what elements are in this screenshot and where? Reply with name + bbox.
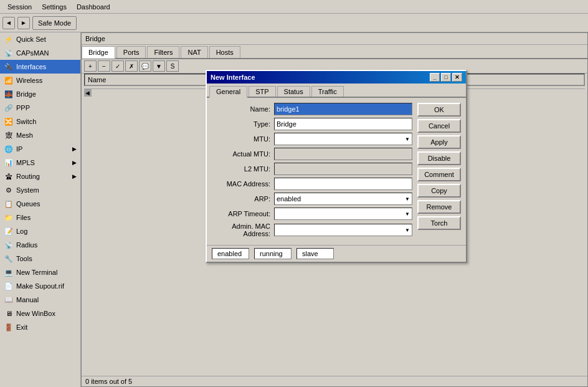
new-terminal-icon: 💻 [4,267,14,277]
sidebar-item-mesh[interactable]: 🕸 Mesh [0,128,80,142]
menu-settings[interactable]: Settings [37,2,72,12]
remove-button[interactable]: Remove [417,200,461,214]
content-area: Bridge Bridge Ports Filters NAT Hosts + … [81,32,588,387]
name-input[interactable] [274,103,412,115]
sidebar-item-ppp[interactable]: 🔗 PPP [0,101,80,115]
cancel-button[interactable]: Cancel [417,119,461,133]
sidebar-label-make-supout: Make Supout.rif [16,282,64,290]
sidebar-item-bridge[interactable]: 🌉 Bridge [0,87,80,101]
sidebar-label-tools: Tools [16,255,32,262]
ok-button[interactable]: OK [417,103,461,117]
sidebar-item-interfaces[interactable]: 🔌 Interfaces [0,60,80,74]
type-row: Type: Bridge [212,118,412,130]
filter-button[interactable]: ▼ [153,60,165,72]
sidebar-label-log: Log [16,227,27,235]
tab-filters[interactable]: Filters [147,46,179,58]
add-button[interactable]: + [84,60,97,72]
dialog-title-buttons: _ □ ✕ [430,73,462,82]
sidebar-item-wireless[interactable]: 📶 Wireless [0,74,80,87]
mac-input[interactable] [274,178,412,190]
comment-button[interactable]: 💬 [139,60,151,72]
safe-mode-button[interactable]: Safe Mode [32,16,77,30]
sidebar-label-wireless: Wireless [16,77,42,84]
scroll-left[interactable]: ◄ [84,89,92,97]
arp-timeout-row: ARP Timeout: ▼ [212,208,412,220]
admin-mac-select[interactable]: ▼ [274,224,412,236]
mtu-select[interactable]: ▼ [274,133,412,145]
sidebar-item-mpls[interactable]: 📊 MPLS ▶ [0,156,80,170]
menu-dashboard[interactable]: Dashboard [72,2,115,12]
sidebar-item-tools[interactable]: 🔧 Tools [0,252,80,265]
dialog-tab-status[interactable]: Status [277,86,310,97]
forward-button[interactable]: ► [17,17,30,29]
name-label: Name: [212,105,274,113]
dialog-tab-general[interactable]: General [209,86,247,98]
sidebar-label-files: Files [16,214,31,221]
remove-button[interactable]: − [98,60,110,72]
torch-button[interactable]: Torch [417,216,461,230]
tab-bridge[interactable]: Bridge [82,46,115,59]
sidebar-item-exit[interactable]: 🚪 Exit [0,320,80,334]
sidebar-label-switch: Switch [16,118,36,125]
sidebar-item-radius[interactable]: 📡 Radius [0,238,80,252]
dialog-titlebar: New Interface _ □ ✕ [207,71,466,84]
dialog-title: New Interface [211,74,255,81]
capsman-icon: 📡 [4,48,14,58]
menubar: Session Settings Dashboard [0,0,588,14]
disable-button[interactable]: Disable [417,151,461,165]
enable-button[interactable]: ✓ [111,60,124,72]
exit-icon: 🚪 [4,322,14,332]
mac-row: MAC Address: [212,178,412,190]
type-select[interactable]: Bridge [274,118,412,130]
mtu-row: MTU: ▼ [212,133,412,145]
dialog-tab-traffic[interactable]: Traffic [311,86,344,97]
new-winbox-icon: 🖥 [4,308,14,318]
sidebar-item-routing[interactable]: 🛣 Routing ▶ [0,170,80,183]
dialog-minimize-button[interactable]: _ [430,73,440,82]
sidebar-item-capsman[interactable]: 📡 CAPsMAN [0,46,80,60]
disable-button[interactable]: ✗ [125,60,138,72]
mtu-label: MTU: [212,135,274,143]
dialog-maximize-button[interactable]: □ [441,73,451,82]
sidebar-label-ip: IP [16,145,22,153]
arp-timeout-select[interactable]: ▼ [274,208,412,220]
l2-mtu-value [274,163,412,175]
system-icon: ⚙ [4,185,14,195]
arp-timeout-arrow: ▼ [405,211,410,217]
sidebar-item-log[interactable]: 📝 Log [0,224,80,238]
manual-icon: 📖 [4,295,14,305]
arp-timeout-label: ARP Timeout: [212,210,274,217]
search-button[interactable]: S [166,60,179,72]
comment-button[interactable]: Comment [417,168,461,181]
tab-hosts[interactable]: Hosts [209,46,240,58]
dialog-close-button[interactable]: ✕ [452,73,462,82]
bridge-window-title: Bridge [85,35,105,42]
dialog-footer: enabled running slave [207,245,466,262]
arp-label: ARP: [212,195,274,203]
sidebar-item-system[interactable]: ⚙ System [0,183,80,197]
sidebar-item-make-supout[interactable]: 📄 Make Supout.rif [0,279,80,293]
back-button[interactable]: ◄ [2,17,15,29]
mtu-arrow: ▼ [405,136,410,142]
sidebar-label-system: System [16,186,39,194]
copy-button[interactable]: Copy [417,184,461,198]
sidebar-item-files[interactable]: 📁 Files [0,211,80,224]
routing-arrow: ▶ [72,173,77,179]
menu-session[interactable]: Session [2,2,37,12]
arp-arrow: ▼ [405,196,410,202]
tab-nat[interactable]: NAT [181,46,207,58]
arp-select[interactable]: enabled ▼ [274,193,412,205]
sidebar-item-new-winbox[interactable]: 🖥 New WinBox [0,307,80,320]
apply-button[interactable]: Apply [417,135,461,149]
sidebar-item-queues[interactable]: 📋 Queues [0,197,80,211]
sidebar-label-new-terminal: New Terminal [16,269,57,276]
sidebar-item-ip[interactable]: 🌐 IP ▶ [0,142,80,156]
tab-ports[interactable]: Ports [116,46,146,58]
bridge-status-bar: 0 items out of 5 [82,376,587,386]
sidebar-item-new-terminal[interactable]: 💻 New Terminal [0,265,80,279]
interfaces-icon: 🔌 [4,62,14,72]
sidebar-item-quick-set[interactable]: ⚡ Quick Set [0,32,80,46]
dialog-tab-stp[interactable]: STP [249,86,275,97]
sidebar-item-manual[interactable]: 📖 Manual [0,293,80,307]
sidebar-item-switch[interactable]: 🔀 Switch [0,115,80,128]
